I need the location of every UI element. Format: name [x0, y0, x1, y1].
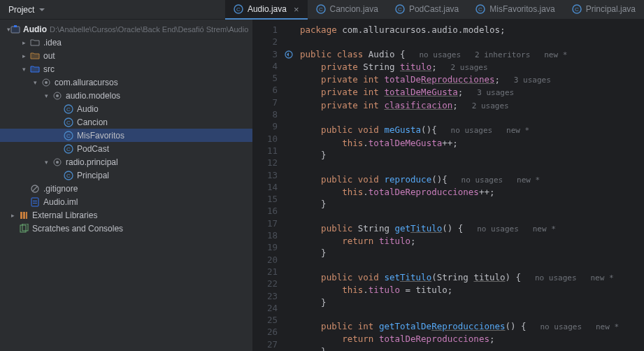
tree-label: .idea [43, 38, 62, 48]
tab-label: Cancion.java [330, 4, 378, 14]
svg-text:C: C [575, 6, 579, 13]
tree-scratches[interactable]: Scratches and Consoles [0, 222, 252, 235]
ignore-icon [29, 183, 41, 194]
tab-label: MisFavoritos.java [489, 4, 554, 14]
tree-label: Principal [77, 171, 109, 180]
tree-src[interactable]: ▾ src [0, 62, 252, 76]
tree-label: Audio [23, 24, 47, 34]
class-icon: C [63, 143, 74, 155]
svg-rect-11 [11, 27, 20, 33]
tab-label: Audio.java [248, 4, 287, 14]
class-icon: C [316, 4, 326, 14]
svg-text:C: C [478, 6, 482, 13]
chevron-down-icon[interactable]: ▾ [41, 92, 52, 99]
svg-text:C: C [66, 173, 71, 179]
implemented-icon[interactable] [285, 50, 293, 62]
tree-label: .gitignore [43, 184, 78, 194]
tree-pkg-alluracursos[interactable]: ▾ com.alluracursos [0, 76, 252, 89]
class-icon: C [572, 4, 582, 14]
package-icon [52, 90, 63, 101]
class-icon: C [63, 170, 74, 181]
tree-external-libraries[interactable]: ▸ External Libraries [0, 208, 252, 222]
class-icon: C [395, 4, 405, 14]
project-label[interactable]: Project [8, 5, 34, 15]
tree-class-misfavoritos[interactable]: C MisFavoritos [0, 129, 252, 142]
module-icon [10, 24, 20, 35]
tree-label: com.alluracursos [55, 78, 118, 87]
chevron-down-icon[interactable]: ▾ [18, 66, 29, 73]
tab-misfavoritos[interactable]: C MisFavoritos.java [467, 0, 563, 20]
svg-text:C: C [236, 6, 241, 13]
editor-tabs: C Audio.java × C Cancion.java C PodCast.… [225, 0, 644, 20]
svg-point-26 [56, 161, 59, 164]
tab-label: PodCast.java [409, 4, 459, 14]
svg-text:C: C [66, 120, 71, 126]
tab-podcast[interactable]: C PodCast.java [387, 0, 467, 20]
tree-label: MisFavoritos [77, 131, 124, 141]
tree-class-principal[interactable]: C Principal [0, 169, 252, 182]
folder-icon [29, 37, 41, 48]
tree-idea[interactable]: ▸ .idea [0, 36, 252, 49]
package-icon [52, 157, 63, 168]
folder-icon [29, 50, 41, 62]
tree-label: Scratches and Consoles [32, 224, 123, 234]
tab-principal[interactable]: C Principal.java [564, 0, 644, 20]
svg-rect-34 [20, 212, 22, 219]
class-icon: C [475, 4, 485, 14]
tree-pkg-audiomodelos[interactable]: ▾ audio.modelos [0, 89, 252, 102]
svg-rect-35 [23, 212, 25, 219]
iml-icon [29, 196, 41, 208]
tree-label: src [43, 64, 55, 74]
tree-class-cancion[interactable]: C Cancion [0, 115, 252, 129]
code-content[interactable]: package com.alluracursos.audio.modelos; … [286, 20, 644, 351]
tree-label: radio.principal [66, 157, 118, 167]
tree-label: audio.modelos [66, 91, 120, 101]
tree-label: Audio [77, 104, 99, 114]
class-icon: C [63, 103, 74, 115]
library-icon [18, 210, 29, 221]
svg-text:C: C [319, 6, 323, 13]
chevron-right-icon[interactable]: ▸ [7, 212, 18, 219]
tree-gitignore[interactable]: .gitignore [0, 182, 252, 195]
tree-label: External Libraries [32, 210, 97, 220]
tree-class-podcast[interactable]: C PodCast [0, 142, 252, 155]
package-icon [41, 77, 52, 88]
tree-pkg-radio[interactable]: ▾ radio.principal [0, 155, 252, 169]
class-icon: C [63, 117, 74, 128]
source-folder-icon [29, 64, 41, 75]
tree-label: Cancion [77, 117, 108, 127]
tree-path: D:\Anabelle\Cursos\Oracle\Back End\Desaf… [50, 25, 248, 34]
svg-rect-31 [31, 198, 38, 206]
chevron-down-icon[interactable]: ▾ [41, 159, 52, 166]
svg-text:C: C [398, 6, 402, 13]
svg-rect-12 [14, 25, 17, 27]
tree-iml[interactable]: Audio.iml [0, 195, 252, 208]
chevron-right-icon[interactable]: ▸ [18, 52, 29, 59]
tab-audio[interactable]: C Audio.java × [225, 0, 308, 20]
svg-text:C: C [66, 146, 71, 152]
svg-text:C: C [66, 133, 71, 139]
chevron-down-icon[interactable] [38, 6, 45, 13]
svg-point-14 [45, 81, 48, 84]
gutter: 12 3 45678910111213141516171819202122232… [252, 20, 286, 351]
class-icon: C [234, 4, 243, 14]
svg-text:C: C [66, 106, 71, 113]
chevron-right-icon[interactable]: ▸ [18, 39, 29, 46]
tree-out[interactable]: ▸ out [0, 49, 252, 62]
tree-label: out [43, 51, 55, 61]
scratch-icon [18, 223, 29, 234]
tree-class-audio[interactable]: C Audio [0, 102, 252, 115]
tree-label: PodCast [77, 144, 109, 154]
project-tree[interactable]: ▾ Audio D:\Anabelle\Cursos\Oracle\Back E… [0, 20, 252, 351]
svg-line-30 [33, 186, 38, 191]
tree-root[interactable]: ▾ Audio D:\Anabelle\Cursos\Oracle\Back E… [0, 22, 252, 36]
code-editor[interactable]: 12 3 45678910111213141516171819202122232… [252, 20, 644, 351]
svg-point-16 [56, 94, 59, 97]
tab-label: Principal.java [586, 4, 636, 14]
close-icon[interactable]: × [294, 4, 299, 15]
tab-cancion[interactable]: C Cancion.java [308, 0, 387, 20]
chevron-down-icon[interactable]: ▾ [29, 79, 41, 86]
svg-rect-33 [33, 203, 37, 203]
class-icon: C [63, 130, 74, 141]
svg-rect-36 [26, 212, 27, 219]
